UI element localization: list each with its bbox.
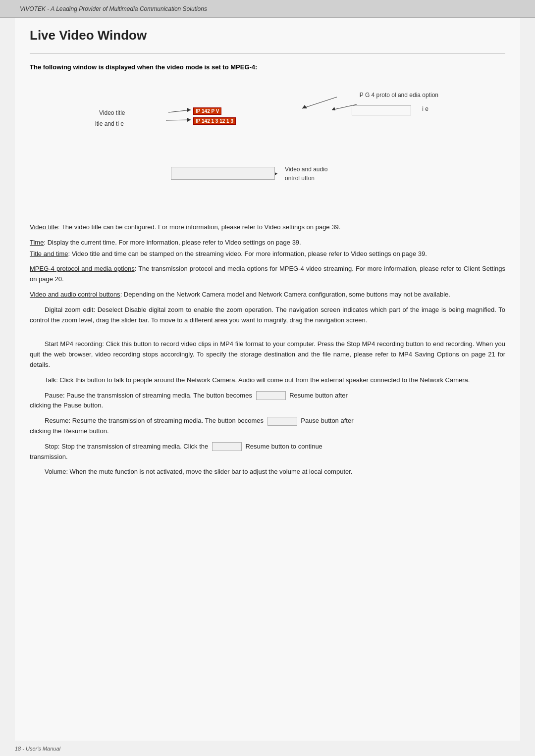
mpeg-options-box[interactable] xyxy=(352,105,411,115)
term-volume: Volume xyxy=(45,468,66,475)
pause-btn-inline xyxy=(268,417,297,426)
term-pause: Pause xyxy=(45,392,63,399)
svg-line-2 xyxy=(166,120,191,120)
resume-btn-inline xyxy=(256,391,286,400)
para-resume: Resume: Resume the transmission of strea… xyxy=(30,416,505,437)
para-time-text: : Display the current time. For more inf… xyxy=(44,239,301,246)
diagram-inner: Video title itle and ti e IP 142 P V IP … xyxy=(94,79,441,207)
resume-btn-stop-inline xyxy=(212,442,242,451)
svg-marker-5 xyxy=(302,105,307,108)
time-label-inline: i e xyxy=(422,105,428,112)
para-volume: Volume: When the mute function is not ac… xyxy=(30,467,505,477)
para-video-audio-ctrl: Video and audio control buttons: Dependi… xyxy=(30,290,505,300)
svg-marker-7 xyxy=(332,107,335,110)
page-title: Live Video Window xyxy=(30,28,505,43)
control-btn-label: Video and audio ontrol utton xyxy=(285,165,328,183)
section-heading: The following window is displayed when t… xyxy=(30,63,505,71)
para-pause-text2: clicking the Pause button. xyxy=(30,402,103,409)
para-digital-zoom: Digital zoom edit: Deselect Disable digi… xyxy=(30,305,505,326)
term-resume: Resume xyxy=(45,417,68,424)
footer: 18 - User's Manual xyxy=(0,741,535,756)
para-volume-text: : When the mute function is not activate… xyxy=(66,468,352,475)
para-mp4: Start MP4 recording: Click this button t… xyxy=(30,339,505,370)
para-stop-inline-label: Resume button to continue xyxy=(245,443,322,450)
divider xyxy=(30,53,505,53)
term-time: Time xyxy=(30,239,44,246)
label-video-title: Video title xyxy=(99,109,125,116)
header-tagline: VIVOTEK - A Leading Provider of Multimed… xyxy=(20,5,207,12)
ip-bar-second: IP 142 1 3 12 1 3 xyxy=(193,117,236,125)
svg-line-0 xyxy=(168,110,191,112)
page-wrapper: VIVOTEK - A Leading Provider of Multimed… xyxy=(0,0,535,756)
label-title-time: itle and ti e xyxy=(95,120,124,127)
term-video-audio-ctrl: Video and audio control buttons xyxy=(30,291,120,298)
para-title-time-text: : Video title and time can be stamped on… xyxy=(68,250,427,257)
control-buttons-box xyxy=(171,167,275,180)
mpeg-protocol-label: P G 4 proto ol and edia option xyxy=(360,92,438,99)
para-time: Time: Display the current time. For more… xyxy=(30,238,505,248)
para-digital-zoom-text: : Deselect Disable digital zoom to enabl… xyxy=(30,306,505,324)
spacer1 xyxy=(30,330,505,339)
para-talk-text: : Click this button to talk to people ar… xyxy=(56,376,470,384)
term-digital-zoom: Digital zoom edit xyxy=(45,306,93,313)
para-pause-text: : Pause the transmission of streaming me… xyxy=(63,392,252,399)
para-title-time: Title and time: Video title and time can… xyxy=(30,249,505,259)
footer-text: 18 - User's Manual xyxy=(15,746,60,752)
term-talk: Talk xyxy=(45,376,56,384)
para-stop-text: : Stop the transmission of streaming med… xyxy=(58,443,208,450)
term-video-title: Video title xyxy=(30,223,58,231)
ip-bar-top: IP 142 P V xyxy=(193,107,221,115)
para-pause-inline-label: Resume button after xyxy=(289,392,348,399)
para-stop: Stop: Stop the transmission of streaming… xyxy=(30,442,505,462)
term-stop: Stop xyxy=(45,443,58,450)
header-bar: VIVOTEK - A Leading Provider of Multimed… xyxy=(0,0,535,18)
control-buttons-area xyxy=(171,167,275,181)
para-resume-inline-label: Pause button after xyxy=(301,417,353,424)
para-mpeg4: MPEG-4 protocol and media options: The t… xyxy=(30,264,505,285)
term-title-time: Title and time xyxy=(30,250,68,257)
svg-marker-1 xyxy=(187,108,191,112)
para-stop-text2: transmission. xyxy=(30,453,68,460)
para-resume-text: : Resume the transmission of streaming m… xyxy=(68,417,264,424)
diagram-area: Video title itle and ti e IP 142 P V IP … xyxy=(30,79,505,217)
svg-line-4 xyxy=(302,97,337,108)
term-mp4: Start MP4 recording xyxy=(45,340,102,348)
content-area: Live Video Window The following window i… xyxy=(15,18,520,741)
para-video-title-text: : The video title can be configured. For… xyxy=(58,223,340,231)
para-talk: Talk: Click this button to talk to peopl… xyxy=(30,375,505,386)
term-mpeg4: MPEG-4 protocol and media options xyxy=(30,265,135,272)
svg-marker-3 xyxy=(187,118,191,122)
para-resume-text2: clicking the Resume button. xyxy=(30,427,109,435)
para-video-title: Video title: The video title can be conf… xyxy=(30,222,505,233)
para-pause: Pause: Pause the transmission of streami… xyxy=(30,391,505,411)
para-video-audio-ctrl-text: : Depending on the Network Camera model … xyxy=(120,291,450,298)
